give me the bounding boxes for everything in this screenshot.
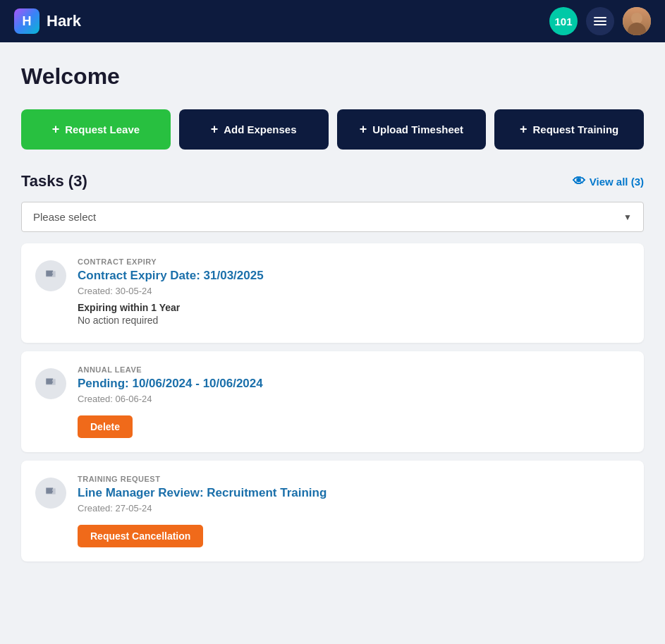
task-icon-wrap — [35, 260, 66, 291]
task-filter-dropdown[interactable]: Please select ▼ — [21, 202, 644, 232]
chevron-down-icon: ▼ — [623, 212, 632, 222]
task-card: ANNUAL LEAVE Pending: 10/06/2024 - 10/06… — [21, 351, 644, 452]
header-right: 101 — [549, 7, 651, 35]
task-card: CONTRACT EXPIRY Contract Expiry Date: 31… — [21, 243, 644, 343]
request-leave-button[interactable]: + Request Leave — [21, 109, 171, 150]
menu-button[interactable] — [586, 7, 614, 35]
notification-badge[interactable]: 101 — [549, 7, 578, 35]
plus-icon: + — [520, 122, 527, 137]
view-all-link[interactable]: 👁 View all (3) — [573, 174, 644, 189]
delete-button[interactable]: Delete — [78, 415, 133, 438]
task-category: ANNUAL LEAVE — [78, 365, 630, 374]
tasks-header: Tasks (3) 👁 View all (3) — [21, 172, 644, 190]
task-title: Pending: 10/06/2024 - 10/06/2024 — [78, 377, 630, 391]
task-created: Created: 06-06-24 — [78, 394, 630, 404]
eye-icon: 👁 — [573, 174, 585, 189]
add-expenses-button[interactable]: + Add Expenses — [179, 109, 329, 150]
app-logo: H — [14, 8, 39, 34]
plus-icon: + — [52, 122, 60, 137]
flag-icon — [44, 486, 58, 500]
task-card: TRAINING REQUEST Line Manager Review: Re… — [21, 461, 644, 561]
task-icon-wrap — [35, 368, 66, 399]
task-detail-bold: Expiring within 1 Year — [78, 302, 630, 313]
plus-icon: + — [360, 122, 367, 137]
task-content: ANNUAL LEAVE Pending: 10/06/2024 - 10/06… — [78, 365, 630, 438]
plus-icon: + — [211, 122, 219, 137]
task-title: Contract Expiry Date: 31/03/2025 — [78, 269, 630, 283]
task-category: TRAINING REQUEST — [78, 475, 630, 483]
action-buttons-row: + Request Leave + Add Expenses + Upload … — [21, 109, 644, 150]
request-cancellation-button[interactable]: Request Cancellation — [78, 525, 203, 547]
app-name: Hark — [47, 12, 81, 30]
task-created: Created: 30-05-24 — [78, 286, 630, 296]
task-category: CONTRACT EXPIRY — [78, 257, 630, 266]
avatar[interactable] — [623, 7, 651, 35]
header-left: H Hark — [14, 8, 81, 34]
welcome-title: Welcome — [21, 63, 644, 90]
task-title: Line Manager Review: Recruitment Trainin… — [78, 486, 630, 500]
tasks-title: Tasks (3) — [21, 172, 87, 190]
upload-timesheet-button[interactable]: + Upload Timesheet — [337, 109, 487, 150]
task-content: CONTRACT EXPIRY Contract Expiry Date: 31… — [78, 257, 630, 329]
task-content: TRAINING REQUEST Line Manager Review: Re… — [78, 475, 630, 547]
task-detail: No action required — [78, 315, 630, 326]
main-content: Welcome + Request Leave + Add Expenses +… — [0, 42, 665, 644]
flag-icon — [44, 377, 58, 391]
app-header: H Hark 101 — [0, 0, 665, 42]
dropdown-placeholder: Please select — [33, 211, 96, 223]
task-created: Created: 27-05-24 — [78, 503, 630, 514]
request-training-button[interactable]: + Request Training — [494, 109, 644, 150]
task-icon-wrap — [35, 478, 66, 509]
flag-icon — [44, 269, 58, 283]
